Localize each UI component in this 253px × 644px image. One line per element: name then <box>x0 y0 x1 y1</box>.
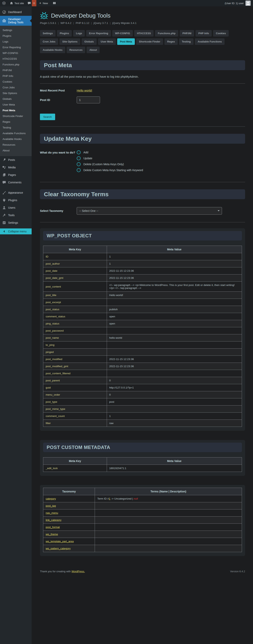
account-menu[interactable]: (User ID: 1) user <box>225 0 253 6</box>
sidebar-subitem-user-meta[interactable]: User Meta <box>0 102 32 108</box>
sidebar-item-label: Appearance <box>8 191 23 194</box>
sidebar-subitem-functions-php[interactable]: Functions.php <box>0 62 32 68</box>
tab-functions-php[interactable]: Functions.php <box>155 30 178 36</box>
search-button[interactable]: Search <box>40 114 55 120</box>
taxonomy-link-category[interactable]: category <box>46 497 56 500</box>
version-item: WP 6.4.2 <box>60 22 71 24</box>
tab-globals[interactable]: Globals <box>82 38 97 45</box>
tab-htaccess[interactable]: HTACCESS <box>134 30 154 36</box>
pages-icon <box>2 173 6 177</box>
sidebar-subitem-php-info[interactable]: PHP Info <box>0 73 32 79</box>
tab-about[interactable]: About <box>86 47 100 53</box>
radio-button[interactable] <box>77 162 81 166</box>
sidebar-item-plugins[interactable]: Plugins <box>0 196 32 204</box>
sidebar-subitem-php-ini[interactable]: PHP.INI <box>0 68 32 73</box>
tab-settings[interactable]: Settings <box>40 30 56 36</box>
table-row: post_content_filtered <box>43 370 242 377</box>
tab-row: Available HooksResourcesAbout <box>40 47 245 53</box>
tab-post-meta[interactable]: Post Meta <box>117 38 135 45</box>
tab-cookies[interactable]: Cookies <box>213 30 229 36</box>
meta-value-cell: Hello world! <box>107 292 242 299</box>
collapse-menu-button[interactable]: Collapse menu <box>0 228 32 234</box>
tab-regex[interactable]: Regex <box>164 38 178 45</box>
sidebar-subitem-cookies[interactable]: Cookies <box>0 79 32 84</box>
taxonomy-link-link-category[interactable]: link_category <box>46 518 62 522</box>
tab-available-functions[interactable]: Available Functions <box>195 38 224 45</box>
tab-user-meta[interactable]: User Meta <box>98 38 116 45</box>
tab-plugins[interactable]: Plugins <box>57 30 72 36</box>
sidebar-subitem-settings[interactable]: Settings <box>0 27 32 33</box>
plugin-bug-icon: W <box>40 12 48 20</box>
meta-key-cell: post_mime_type <box>43 406 107 412</box>
sidebar-item-pages[interactable]: Pages <box>0 171 32 179</box>
table-row: post_parent0 <box>43 377 242 384</box>
taxonomy-link-wp-template-part-area[interactable]: wp_template_part_area <box>46 540 74 543</box>
sidebar-subitem-cron-jobs[interactable]: Cron Jobs <box>0 84 32 90</box>
wordpress-logo-button[interactable]: W <box>0 0 8 6</box>
table-row: post_mime_type <box>43 406 242 412</box>
sidebar-item-users[interactable]: Users <box>0 204 32 212</box>
meta-key-cell: post_content <box>43 282 107 292</box>
comments-shortcut[interactable] <box>26 0 32 6</box>
sidebar-item-tools[interactable]: Tools <box>0 212 32 219</box>
post-id-input[interactable] <box>77 96 100 103</box>
wordpress-link[interactable]: WordPress. <box>72 570 85 573</box>
sidebar-subitem-plugins[interactable]: Plugins <box>0 33 32 39</box>
taxonomy-link-nav-menu[interactable]: nav_menu <box>46 512 58 514</box>
sidebar-subitem-resources[interactable]: Resources <box>0 142 32 148</box>
sidebar-item-settings[interactable]: Settings <box>0 219 32 226</box>
tab-resources[interactable]: Resources <box>66 47 85 53</box>
new-content-button[interactable]: + New <box>38 0 50 6</box>
tab-logs[interactable]: Logs <box>73 30 85 36</box>
sidebar-subitem-available-functions[interactable]: Available Functions <box>0 130 32 136</box>
meta-key-cell: post_parent <box>43 377 107 384</box>
sidebar-subitem-htaccess[interactable]: HTACCESS <box>0 56 32 62</box>
taxonomy-link-post-tag[interactable]: post_tag <box>46 504 56 507</box>
sidebar-subitem-wp-config[interactable]: WP-CONFIG <box>0 50 32 56</box>
tab-error-reporting[interactable]: Error Reporting <box>86 30 111 36</box>
tab-available-hooks[interactable]: Available Hooks <box>40 47 65 53</box>
sidebar-item-label: Tools <box>8 214 15 217</box>
tab-testing[interactable]: Testing <box>179 38 194 45</box>
sidebar-subitem-globals[interactable]: Globals <box>0 96 32 102</box>
radio-button[interactable] <box>77 150 81 154</box>
svg-text:W: W <box>43 15 46 18</box>
sidebar-subitem-logs[interactable]: Logs <box>0 39 32 44</box>
sidebar-item-dashboard[interactable]: Dashboard <box>0 8 32 16</box>
sidebar-subitem-shortcode-finder[interactable]: Shortcode Finder <box>0 113 32 119</box>
tab-php-ini[interactable]: PHP.INI <box>180 30 194 36</box>
most-recent-post-link[interactable]: Hello world! <box>77 89 92 92</box>
pin-icon <box>2 158 6 162</box>
taxonomy-cell: wp_theme <box>43 531 95 538</box>
sidebar-subitem-testing[interactable]: Testing <box>0 125 32 130</box>
taxonomy-link-wp-theme[interactable]: wp_theme <box>46 533 58 536</box>
tab-shortcode-finder[interactable]: Shortcode Finder <box>136 38 163 45</box>
meta-value-cell: raw <box>107 420 242 427</box>
taxonomy-select[interactable]: -- Select One -- <box>77 207 222 214</box>
docs-shortcut[interactable] <box>51 0 58 6</box>
sidebar-subitem-about[interactable]: About <box>0 148 32 153</box>
taxonomy-cell: link_category <box>43 516 95 524</box>
sidebar-item-media[interactable]: Media <box>0 164 32 171</box>
sidebar-item-comments[interactable]: Comments <box>0 179 32 186</box>
sidebar-subitem-post-meta[interactable]: Post Meta <box>0 108 32 113</box>
sidebar-subitem-available-hooks[interactable]: Available Hooks <box>0 136 32 142</box>
sidebar-item-appearance[interactable]: Appearance <box>0 189 32 196</box>
sidebar-subitem-regex[interactable]: Regex <box>0 119 32 125</box>
tab-wp-config[interactable]: WP-CONFIG <box>112 30 133 36</box>
comment-count-badge[interactable]: 0 <box>32 0 36 6</box>
table-row: post_modified2022-11-15 12:23:36 <box>43 356 242 363</box>
tab-php-info[interactable]: PHP Info <box>196 30 212 36</box>
site-name-link[interactable]: Test site <box>8 0 26 6</box>
tab-row: Cron JobsSite OptionsGlobalsUser MetaPos… <box>40 38 245 45</box>
sidebar-subitem-site-options[interactable]: Site Options <box>0 90 32 96</box>
radio-button[interactable] <box>77 156 81 160</box>
sidebar-subitem-error-reporting[interactable]: Error Reporting <box>0 44 32 50</box>
taxonomy-link-post-format[interactable]: post_format <box>46 526 60 528</box>
radio-button[interactable] <box>77 168 81 172</box>
tab-site-options[interactable]: Site Options <box>60 38 80 45</box>
tab-cron-jobs[interactable]: Cron Jobs <box>40 38 58 45</box>
sidebar-item-posts[interactable]: Posts <box>0 156 32 164</box>
taxonomy-link-wp-pattern-category[interactable]: wp_pattern_category <box>46 547 70 550</box>
sidebar-item-developer-debug-tools[interactable]: W Developer Debug Tools <box>0 16 32 26</box>
